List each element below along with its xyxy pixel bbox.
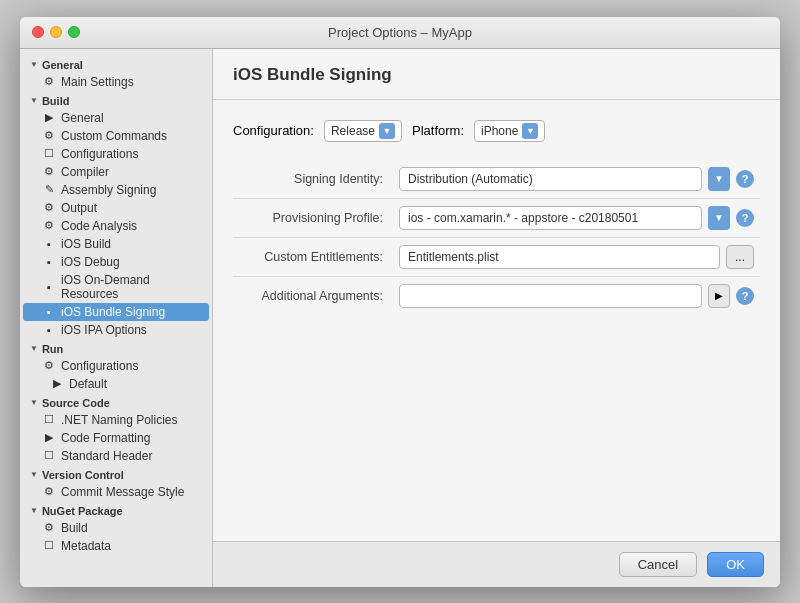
sidebar-item-ios-bundle-signing[interactable]: ▪ iOS Bundle Signing <box>23 303 209 321</box>
custom-entitlements-input-row: ... <box>399 245 754 269</box>
signing-identity-dropdown-button[interactable]: ▼ <box>708 167 730 191</box>
cancel-button[interactable]: Cancel <box>619 552 697 577</box>
additional-arguments-input[interactable] <box>399 284 702 308</box>
config-value: Release <box>331 124 375 138</box>
gear-icon: ⚙ <box>42 485 56 499</box>
maximize-button[interactable] <box>68 26 80 38</box>
signing-identity-input[interactable] <box>399 167 702 191</box>
sidebar-section-version-control-label: Version Control <box>42 469 124 481</box>
sidebar-item-nuget-build-label: Build <box>61 521 88 535</box>
triangle-icon: ▼ <box>30 96 38 105</box>
ios-icon: ▪ <box>42 323 56 337</box>
custom-entitlements-input[interactable] <box>399 245 720 269</box>
sidebar-item-ios-bundle-signing-label: iOS Bundle Signing <box>61 305 165 319</box>
sidebar-item-standard-header-label: Standard Header <box>61 449 152 463</box>
signing-identity-input-row: ▼ ? <box>399 167 754 191</box>
provisioning-profile-input[interactable] <box>399 206 702 230</box>
main-panel: iOS Bundle Signing Configuration: Releas… <box>213 49 780 587</box>
footer: Cancel OK <box>213 541 780 587</box>
sidebar-item-metadata[interactable]: ☐ Metadata <box>20 537 212 555</box>
config-dropdown-arrow-icon: ▼ <box>379 123 395 139</box>
sidebar-item-code-analysis-label: Code Analysis <box>61 219 137 233</box>
custom-entitlements-label: Custom Entitlements: <box>264 250 383 264</box>
provisioning-profile-input-row: ▼ ? <box>399 206 754 230</box>
sidebar-item-output[interactable]: ⚙ Output <box>20 199 212 217</box>
sidebar-item-configurations[interactable]: ☐ Configurations <box>20 145 212 163</box>
sidebar-section-nuget[interactable]: ▼ NuGet Package <box>20 501 212 519</box>
sidebar-item-configurations-label: Configurations <box>61 147 138 161</box>
doc-icon: ☐ <box>42 539 56 553</box>
sidebar-item-metadata-label: Metadata <box>61 539 111 553</box>
sidebar-item-code-analysis[interactable]: ⚙ Code Analysis <box>20 217 212 235</box>
config-label: Configuration: <box>233 123 314 138</box>
sidebar-item-configurations-run[interactable]: ⚙ Configurations <box>20 357 212 375</box>
sidebar-item-ios-on-demand[interactable]: ▪ iOS On-Demand Resources <box>20 271 212 303</box>
platform-dropdown-arrow-icon: ▼ <box>522 123 538 139</box>
platform-select[interactable]: iPhone ▼ <box>474 120 545 142</box>
checkbox-icon: ☐ <box>42 147 56 161</box>
edit-icon: ✎ <box>42 183 56 197</box>
signing-identity-row: Signing Identity: ▼ ? <box>233 160 760 199</box>
additional-arguments-run-button[interactable]: ▶ <box>708 284 730 308</box>
sidebar-item-assembly-signing[interactable]: ✎ Assembly Signing <box>20 181 212 199</box>
play-icon: ▶ <box>42 431 56 445</box>
sidebar-item-general-build-label: General <box>61 111 104 125</box>
ok-button[interactable]: OK <box>707 552 764 577</box>
traffic-lights <box>32 26 80 38</box>
sidebar-item-nuget-build[interactable]: ⚙ Build <box>20 519 212 537</box>
sidebar-item-ios-ipa-options[interactable]: ▪ iOS IPA Options <box>20 321 212 339</box>
sidebar-section-build[interactable]: ▼ Build <box>20 91 212 109</box>
panel-title: iOS Bundle Signing <box>213 49 780 100</box>
panel-content: Configuration: Release ▼ Platform: iPhon… <box>213 100 780 541</box>
content-area: ▼ General ⚙ Main Settings ▼ Build ▶ Gene… <box>20 49 780 587</box>
signing-identity-help-button[interactable]: ? <box>736 170 754 188</box>
ios-icon: ▪ <box>42 255 56 269</box>
sidebar-section-version-control[interactable]: ▼ Version Control <box>20 465 212 483</box>
sidebar-item-ios-build-label: iOS Build <box>61 237 111 251</box>
ios-icon: ▪ <box>42 237 56 251</box>
config-select[interactable]: Release ▼ <box>324 120 402 142</box>
gear-icon: ⚙ <box>42 521 56 535</box>
window-title: Project Options – MyApp <box>328 25 472 40</box>
sidebar-item-ios-on-demand-label: iOS On-Demand Resources <box>61 273 202 301</box>
provisioning-profile-help-button[interactable]: ? <box>736 209 754 227</box>
minimize-button[interactable] <box>50 26 62 38</box>
form-table: Signing Identity: ▼ ? Provisionin <box>233 160 760 315</box>
sidebar-section-general-label: General <box>42 59 83 71</box>
sidebar-item-commit-message[interactable]: ⚙ Commit Message Style <box>20 483 212 501</box>
ios-icon: ▪ <box>42 305 56 319</box>
titlebar: Project Options – MyApp <box>20 17 780 49</box>
custom-entitlements-browse-button[interactable]: ... <box>726 245 754 269</box>
main-window: Project Options – MyApp ▼ General ⚙ Main… <box>20 17 780 587</box>
platform-value: iPhone <box>481 124 518 138</box>
sidebar-item-custom-commands[interactable]: ⚙ Custom Commands <box>20 127 212 145</box>
sidebar-item-compiler[interactable]: ⚙ Compiler <box>20 163 212 181</box>
triangle-icon: ▼ <box>30 344 38 353</box>
close-button[interactable] <box>32 26 44 38</box>
sidebar-item-default[interactable]: ▶ Default <box>20 375 212 393</box>
sidebar-item-standard-header[interactable]: ☐ Standard Header <box>20 447 212 465</box>
sidebar: ▼ General ⚙ Main Settings ▼ Build ▶ Gene… <box>20 49 213 587</box>
sidebar-item-net-naming[interactable]: ☐ .NET Naming Policies <box>20 411 212 429</box>
additional-arguments-help-button[interactable]: ? <box>736 287 754 305</box>
sidebar-item-output-label: Output <box>61 201 97 215</box>
platform-label: Platform: <box>412 123 464 138</box>
sidebar-section-build-label: Build <box>42 95 70 107</box>
ios-icon: ▪ <box>42 280 56 294</box>
sidebar-section-source-code[interactable]: ▼ Source Code <box>20 393 212 411</box>
doc-icon: ☐ <box>42 449 56 463</box>
sidebar-item-general-build[interactable]: ▶ General <box>20 109 212 127</box>
sidebar-section-run[interactable]: ▼ Run <box>20 339 212 357</box>
sidebar-item-code-formatting-label: Code Formatting <box>61 431 150 445</box>
sidebar-section-general[interactable]: ▼ General <box>20 55 212 73</box>
sidebar-item-code-formatting[interactable]: ▶ Code Formatting <box>20 429 212 447</box>
sidebar-item-ios-debug-label: iOS Debug <box>61 255 120 269</box>
sidebar-item-ios-build[interactable]: ▪ iOS Build <box>20 235 212 253</box>
sidebar-item-assembly-signing-label: Assembly Signing <box>61 183 156 197</box>
sidebar-item-ios-debug[interactable]: ▪ iOS Debug <box>20 253 212 271</box>
sidebar-item-main-settings[interactable]: ⚙ Main Settings <box>20 73 212 91</box>
gear-icon: ⚙ <box>42 201 56 215</box>
play-icon: ▶ <box>42 111 56 125</box>
provisioning-profile-dropdown-button[interactable]: ▼ <box>708 206 730 230</box>
sidebar-item-default-label: Default <box>69 377 107 391</box>
